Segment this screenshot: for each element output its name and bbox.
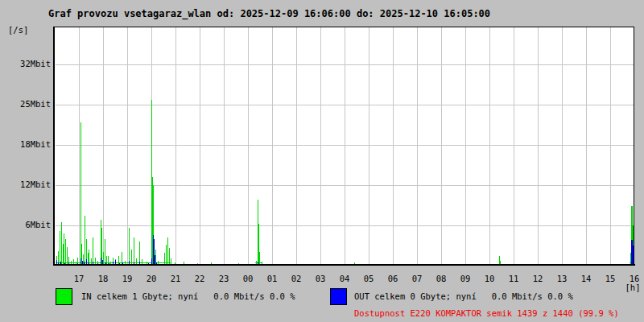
x-axis-unit-label: [h]	[617, 283, 644, 292]
traffic-graph-page: Graf provozu vsetagaraz_wlan od: 2025-12…	[0, 0, 644, 322]
x-tick-label: 06	[384, 274, 402, 284]
x-tick-label: 14	[577, 274, 595, 284]
x-tick-label: 23	[215, 274, 233, 284]
y-tick-label: 12Mbit	[0, 180, 51, 190]
x-tick-label: 02	[287, 274, 305, 284]
x-tick-label: 19	[118, 274, 136, 284]
x-tick-label: 11	[505, 274, 522, 284]
x-tick-label: 03	[312, 274, 329, 284]
y-tick-label: 6Mbit	[0, 220, 51, 230]
x-tick-label: 22	[191, 274, 208, 284]
x-tick-label: 10	[481, 274, 498, 284]
x-tick-label: 07	[408, 274, 426, 284]
availability-text: Dostupnost E220 KOMPAKTOR semik 1439 z 1…	[354, 308, 619, 318]
legend-in-swatch	[56, 288, 72, 305]
x-tick-label: 09	[456, 274, 474, 284]
x-tick-label: 08	[432, 274, 450, 284]
x-tick-label: 04	[336, 274, 353, 284]
x-tick-label: 20	[142, 274, 160, 284]
legend-out-swatch	[330, 288, 347, 305]
y-tick-label: 18Mbit	[0, 139, 51, 150]
y-tick-label: 32Mbit	[0, 59, 51, 69]
x-tick-label: 13	[553, 274, 571, 284]
x-tick-label: 12	[529, 274, 547, 284]
legend-out-label: OUT celkem 0 Gbyte; nyní 0.0 Mbit/s 0.0 …	[354, 291, 573, 301]
legend-in-label: IN celkem 1 Gbyte; nyní 0.0 Mbit/s 0.0 %	[81, 291, 295, 301]
x-tick-label: 01	[263, 274, 281, 284]
y-tick-label: 25Mbit	[0, 99, 51, 109]
x-tick-label: 21	[167, 274, 184, 284]
x-tick-label: 18	[94, 274, 112, 284]
x-tick-label: 00	[239, 274, 257, 284]
x-tick-label: 05	[360, 274, 378, 284]
x-tick-label: 17	[70, 274, 88, 284]
